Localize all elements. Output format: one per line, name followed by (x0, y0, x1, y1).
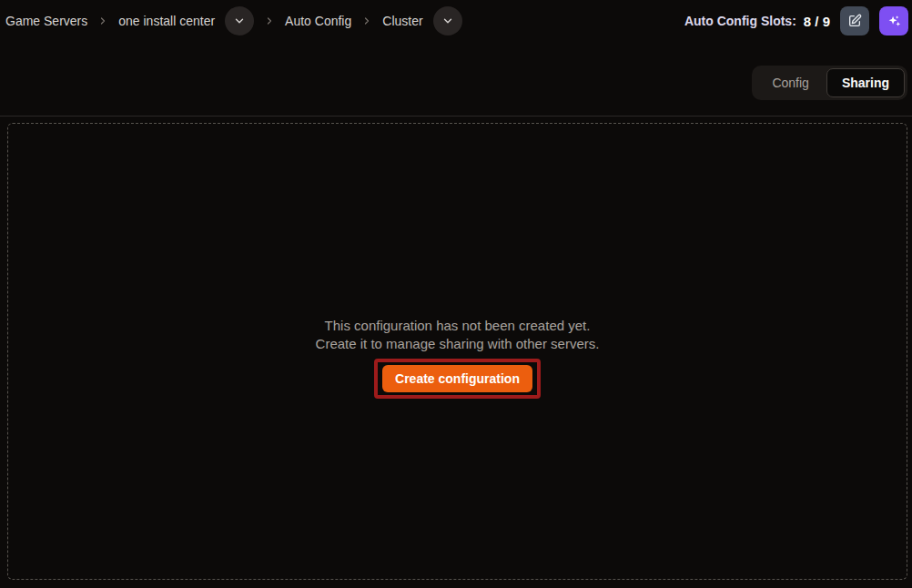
chevron-down-icon (233, 15, 246, 27)
chevron-right-icon (97, 15, 108, 26)
breadcrumb-item-cluster[interactable]: Cluster (382, 14, 422, 28)
tab-sharing[interactable]: Sharing (826, 68, 905, 97)
sparkles-icon (887, 14, 902, 29)
breadcrumb-item-install-center[interactable]: one install center (118, 14, 215, 28)
empty-state-message-line1: This configuration has not been created … (8, 317, 907, 335)
chevron-right-icon (361, 15, 372, 26)
empty-state: This configuration has not been created … (8, 317, 907, 399)
topbar-right: Auto Config Slots: 8 / 9 (684, 6, 908, 35)
chevron-down-icon (441, 15, 454, 27)
auto-config-slots-label: Auto Config Slots: (684, 14, 796, 28)
edit-icon (847, 14, 862, 28)
breadcrumb-item-auto-config[interactable]: Auto Config (285, 14, 351, 28)
edit-slots-button[interactable] (840, 6, 869, 35)
breadcrumb-item-game-servers[interactable]: Game Servers (5, 14, 87, 28)
tab-config[interactable]: Config (755, 68, 826, 97)
install-center-dropdown-button[interactable] (225, 6, 254, 35)
auto-config-assistant-button[interactable] (879, 6, 908, 35)
chevron-right-icon (264, 15, 275, 26)
annotation-highlight-box: Create configuration (374, 359, 541, 399)
top-bar: Game Servers one install center Auto Con… (0, 0, 912, 42)
auto-config-slots-value: 8 / 9 (804, 14, 830, 29)
config-sharing-tab-group: Config Sharing (752, 66, 907, 100)
empty-state-message-line2: Create it to manage sharing with other s… (8, 335, 907, 353)
content-divider (0, 116, 912, 117)
tabs-row: Config Sharing (752, 66, 907, 100)
breadcrumb: Game Servers one install center Auto Con… (5, 6, 462, 35)
create-configuration-button[interactable]: Create configuration (382, 365, 532, 392)
cluster-dropdown-button[interactable] (433, 6, 462, 35)
sharing-panel: This configuration has not been created … (7, 123, 907, 580)
